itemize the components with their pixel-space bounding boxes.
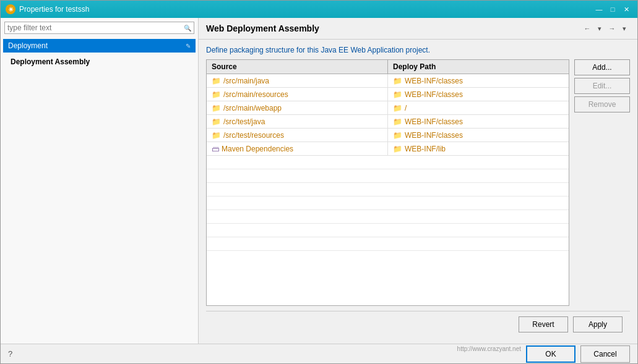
folder-icon: 📁 bbox=[393, 117, 402, 126]
search-input[interactable] bbox=[7, 23, 184, 32]
app-icon: ☀ bbox=[6, 4, 15, 14]
sidebar-item-deployment[interactable]: Deployment ✎ bbox=[3, 39, 196, 53]
deploy-text: WEB-INF/classes bbox=[405, 77, 463, 85]
source-text: /src/test/java bbox=[223, 117, 265, 126]
table-row[interactable]: 📁 /src/main/webapp 📁 / bbox=[207, 101, 569, 115]
panel-title: Web Deployment Assembly bbox=[206, 23, 319, 33]
source-cell: 📁 /src/test/java bbox=[207, 115, 388, 128]
footer-ok-cancel: http://www.crazyant.net OK Cancel bbox=[457, 345, 630, 363]
deploy-path-column-header: Deploy Path bbox=[388, 60, 569, 74]
folder-icon: 📁 bbox=[393, 77, 402, 85]
deploy-cell: 📁 WEB-INF/classes bbox=[388, 74, 569, 87]
deploy-cell: 📁 / bbox=[388, 101, 569, 114]
deploy-text: WEB-INF/classes bbox=[405, 90, 463, 99]
folder-icon: 📁 bbox=[212, 104, 221, 112]
close-button[interactable]: ✕ bbox=[620, 4, 632, 15]
add-button[interactable]: Add... bbox=[574, 59, 630, 75]
empty-row bbox=[207, 197, 569, 210]
sidebar-search-box[interactable]: 🔍 bbox=[4, 22, 194, 34]
watermark-text: http://www.crazyant.net bbox=[457, 345, 521, 363]
folder-icon: 📁 bbox=[393, 145, 402, 153]
deployment-assembly-label: Deployment Assembly bbox=[11, 57, 90, 66]
deploy-text: WEB-INF/classes bbox=[405, 131, 463, 140]
table-row[interactable]: 🗃 Maven Dependencies 📁 WEB-INF/lib bbox=[207, 142, 569, 156]
main-window: ☀ Properties for testssh — □ ✕ 🔍 Deploym… bbox=[0, 0, 638, 364]
folder-icon: 📁 bbox=[212, 77, 221, 85]
revert-button[interactable]: Revert bbox=[519, 316, 568, 332]
empty-row bbox=[207, 224, 569, 237]
nav-forward-dropdown-button[interactable]: ▾ bbox=[619, 23, 630, 34]
source-cell: 📁 /src/main/webapp bbox=[207, 101, 388, 114]
deploy-cell: 📁 WEB-INF/classes bbox=[388, 129, 569, 142]
sidebar-item-deployment-assembly[interactable]: Deployment Assembly bbox=[1, 54, 198, 70]
source-text: Maven Dependencies bbox=[222, 145, 293, 153]
title-bar-left: ☀ Properties for testssh bbox=[6, 4, 89, 14]
maven-icon: 🗃 bbox=[212, 145, 219, 153]
window-title: Properties for testssh bbox=[19, 5, 89, 14]
deployment-label: Deployment bbox=[8, 41, 48, 50]
source-text: /src/main/webapp bbox=[223, 104, 282, 112]
maximize-button[interactable]: □ bbox=[606, 4, 619, 15]
table-row[interactable]: 📁 /src/main/java 📁 WEB-INF/classes bbox=[207, 74, 569, 88]
table-header: Source Deploy Path bbox=[207, 60, 569, 74]
source-cell: 🗃 Maven Dependencies bbox=[207, 142, 388, 155]
folder-icon: 📁 bbox=[212, 117, 221, 126]
folder-icon: 📁 bbox=[393, 131, 402, 140]
footer-bar: ? http://www.crazyant.net OK Cancel bbox=[1, 344, 637, 363]
deploy-text: / bbox=[405, 104, 407, 112]
deploy-cell: 📁 WEB-INF/lib bbox=[388, 142, 569, 155]
empty-row bbox=[207, 183, 569, 197]
nav-back-button[interactable]: ← bbox=[582, 23, 593, 34]
edit-icon: ✎ bbox=[186, 43, 191, 49]
empty-row bbox=[207, 169, 569, 183]
assembly-table: Source Deploy Path 📁 /src/main/java 📁 bbox=[206, 59, 569, 306]
description-text: Define packaging structure for this Java… bbox=[206, 46, 630, 54]
deploy-text: WEB-INF/classes bbox=[405, 117, 463, 126]
folder-icon: 📁 bbox=[212, 90, 221, 99]
help-button[interactable]: ? bbox=[8, 349, 12, 358]
cancel-button[interactable]: Cancel bbox=[580, 345, 630, 363]
folder-icon: 📁 bbox=[212, 131, 221, 140]
table-row[interactable]: 📁 /src/main/resources 📁 WEB-INF/classes bbox=[207, 88, 569, 101]
empty-row bbox=[207, 237, 569, 251]
title-bar: ☀ Properties for testssh — □ ✕ bbox=[1, 1, 637, 18]
side-buttons: Add... Edit... Remove bbox=[574, 59, 630, 306]
table-row[interactable]: 📁 /src/test/java 📁 WEB-INF/classes bbox=[207, 115, 569, 129]
folder-icon: 📁 bbox=[393, 104, 402, 112]
empty-row bbox=[207, 156, 569, 169]
source-text: /src/main/java bbox=[223, 77, 269, 85]
deploy-text: WEB-INF/lib bbox=[405, 145, 446, 153]
source-text: /src/main/resources bbox=[223, 90, 288, 99]
search-icon: 🔍 bbox=[184, 25, 191, 32]
remove-button[interactable]: Remove bbox=[574, 96, 630, 112]
table-area: Source Deploy Path 📁 /src/main/java 📁 bbox=[206, 59, 630, 306]
nav-controls: ← ▾ → ▾ bbox=[582, 23, 630, 34]
nav-forward-button[interactable]: → bbox=[606, 23, 618, 34]
title-bar-controls: — □ ✕ bbox=[593, 4, 632, 15]
source-column-header: Source bbox=[207, 60, 388, 74]
table-row[interactable]: 📁 /src/test/resources 📁 WEB-INF/classes bbox=[207, 129, 569, 142]
ok-button[interactable]: OK bbox=[526, 345, 575, 363]
sidebar: 🔍 Deployment ✎ Deployment Assembly bbox=[1, 18, 199, 344]
folder-icon: 📁 bbox=[393, 90, 402, 99]
deploy-cell: 📁 WEB-INF/classes bbox=[388, 88, 569, 101]
apply-button[interactable]: Apply bbox=[573, 316, 623, 332]
source-cell: 📁 /src/test/resources bbox=[207, 129, 388, 142]
nav-back-dropdown-button[interactable]: ▾ bbox=[594, 23, 605, 34]
empty-row bbox=[207, 210, 569, 224]
right-body: Define packaging structure for this Java… bbox=[199, 40, 637, 344]
right-header: Web Deployment Assembly ← ▾ → ▾ bbox=[199, 18, 637, 40]
source-text: /src/test/resources bbox=[223, 131, 284, 140]
right-panel: Web Deployment Assembly ← ▾ → ▾ Define p… bbox=[199, 18, 637, 344]
minimize-button[interactable]: — bbox=[593, 4, 605, 15]
deploy-cell: 📁 WEB-INF/classes bbox=[388, 115, 569, 128]
source-cell: 📁 /src/main/java bbox=[207, 74, 388, 87]
source-cell: 📁 /src/main/resources bbox=[207, 88, 388, 101]
bottom-action-bar: Revert Apply bbox=[206, 311, 630, 337]
edit-button[interactable]: Edit... bbox=[574, 78, 630, 94]
main-content: 🔍 Deployment ✎ Deployment Assembly Web D… bbox=[1, 18, 637, 344]
